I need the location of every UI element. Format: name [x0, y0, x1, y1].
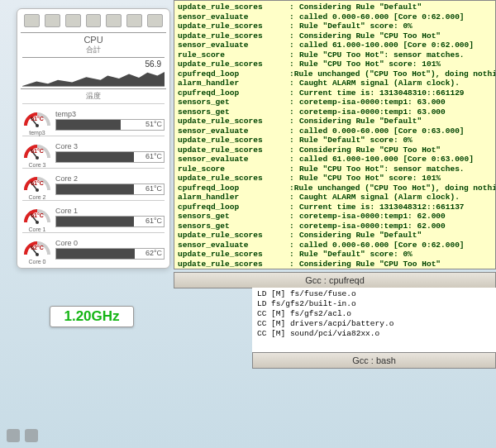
gauge-value: 61°C: [22, 148, 52, 154]
build-line: LD fs/gfs2/built-in.o: [257, 299, 491, 309]
gauge-icon: 61°CCore 3: [22, 138, 52, 166]
terminal-cpufreqd[interactable]: update_rule_scores:Considering Rule "Def…: [174, 0, 496, 269]
sensor-name: Core 2: [55, 174, 165, 183]
log-line: sensor_evaluate:called 0.000-60.000 [Cor…: [178, 126, 492, 136]
terminal-titlebar-bash[interactable]: Gcc : bash: [252, 352, 496, 369]
sensor-bar-value: 62°C: [145, 249, 162, 257]
gauge-label: Core 2: [22, 194, 52, 200]
gauge-value: 62°C: [22, 245, 52, 250]
log-line: cpufreqd_loop:Current time is: 131304831…: [178, 203, 492, 212]
toolbar-icon[interactable]: [86, 14, 102, 27]
cpu-usage-graph: 56.9: [22, 57, 165, 87]
log-line: update_rule_scores:Rule "Default" score:…: [178, 136, 492, 145]
build-line: LD [M] fs/fuse/fuse.o: [257, 289, 491, 299]
log-line: rule_score:Rule "CPU Too Hot": sensor ma…: [178, 50, 492, 60]
cpu-frequency-label: 1.20GHz: [50, 306, 134, 327]
toolbar-icon[interactable]: [147, 14, 163, 27]
sensor-bar: 61°C: [55, 183, 165, 195]
widget-toolbar: [21, 12, 166, 32]
gauge-value: 51°C: [22, 116, 52, 122]
desktop-tray: [0, 427, 496, 445]
log-line: alarm_handler:Caught ALARM signal (Alarm…: [178, 193, 492, 203]
sensor-row: 61°CCore 3Core 361°C: [22, 136, 165, 166]
sensor-bar: 62°C: [55, 248, 165, 260]
log-line: update_rule_scores:Considering Rule "CPU…: [178, 145, 492, 155]
gauge-icon: 61°CCore 1: [22, 203, 52, 231]
gauge-label: Core 3: [22, 162, 52, 168]
build-line: CC [M] fs/gfs2/acl.o: [257, 309, 491, 319]
sensor-name: Core 0: [55, 239, 165, 247]
sensor-bar-value: 61°C: [145, 152, 162, 160]
gauge-icon: 61°CCore 2: [22, 170, 52, 198]
log-line: sensors_get:coretemp-isa-0000:temp1: 62.…: [178, 212, 492, 222]
sensor-row: 51°Ctemp3temp351°C: [22, 103, 165, 134]
toolbar-icon[interactable]: [126, 14, 142, 27]
log-line: sensors_get:coretemp-isa-0000:temp1: 62.…: [178, 222, 492, 231]
tray-icon[interactable]: [25, 429, 38, 442]
log-line: update_rule_scores:Rule "Default" score:…: [178, 21, 492, 31]
log-line: sensor_evaluate:called 0.000-60.000 [Cor…: [178, 241, 492, 250]
sensor-bar: 61°C: [55, 151, 165, 163]
toolbar-icon[interactable]: [65, 14, 81, 27]
log-line: sensor_evaluate:called 61.000-100.000 [C…: [178, 269, 492, 269]
log-line: cpufreqd_loop:Current time is: 131304831…: [178, 88, 492, 98]
gauge-icon: 62°CCore 0: [22, 235, 52, 263]
sensor-bar-value: 51°C: [145, 120, 162, 128]
log-line: sensor_evaluate:called 0.000-60.000 [Cor…: [178, 12, 492, 22]
log-line: alarm_handler:Caught ALARM signal (Alarm…: [178, 79, 492, 88]
toolbar-icon[interactable]: [45, 14, 60, 27]
sensor-bar-value: 61°C: [145, 184, 162, 193]
gauge-label: temp3: [22, 130, 52, 136]
sensor-name: Core 3: [55, 142, 165, 150]
log-line: sensor_evaluate:called 61.000-100.000 [C…: [178, 155, 492, 164]
log-line: update_rule_scores:Considering Rule "Def…: [178, 117, 492, 126]
sensor-row: 61°CCore 1Core 161°C: [22, 200, 165, 231]
sensor-name: temp3: [55, 110, 165, 118]
svg-point-5: [36, 188, 39, 192]
log-line: sensor_evaluate:called 61.000-100.000 [C…: [178, 41, 492, 50]
log-line: update_rule_scores:Considering Rule "Def…: [178, 2, 492, 12]
log-line: cpufreqd_loop:Rule unchanged ("CPU Too H…: [178, 69, 492, 79]
sensor-name: Core 1: [55, 207, 165, 215]
tray-icon[interactable]: [7, 429, 20, 442]
log-line: update_rule_scores:Rule "Default" score:…: [178, 250, 492, 260]
toolbar-icon[interactable]: [24, 14, 40, 27]
gauge-label: Core 0: [22, 259, 52, 265]
system-monitor-widget[interactable]: CPU 合計 56.9 温度 51°Ctemp3temp351°C61°CCor…: [17, 8, 170, 269]
sensor-bar: 61°C: [55, 216, 165, 227]
log-line: update_rule_scores:Rule "CPU Too Hot" sc…: [178, 174, 492, 183]
gauge-icon: 51°Ctemp3: [22, 106, 52, 134]
log-line: sensors_get:coretemp-isa-0000:temp1: 63.…: [178, 98, 492, 107]
log-line: update_rule_scores:Considering Rule "CPU…: [178, 260, 492, 269]
build-line: CC [M] drivers/acpi/battery.o: [257, 319, 491, 329]
svg-point-3: [36, 156, 39, 160]
gauge-value: 61°C: [22, 180, 52, 186]
gauge-label: Core 1: [22, 226, 52, 232]
terminal-bash[interactable]: LD [M] fs/fuse/fuse.o LD fs/gfs2/built-i…: [252, 288, 496, 354]
cpu-heading: CPU: [21, 32, 166, 45]
cpu-value: 56.9: [145, 60, 161, 69]
log-line: update_rule_scores:Considering Rule "Def…: [178, 231, 492, 241]
svg-point-1: [36, 124, 39, 127]
terminal-titlebar-cpufreqd[interactable]: Gcc : cpufreqd: [174, 272, 496, 288]
sensor-bar: 51°C: [55, 119, 165, 131]
toolbar-icon[interactable]: [106, 14, 122, 27]
sensor-bar-value: 61°C: [145, 217, 162, 225]
build-line: CC [M] sound/pci/via82xx.o: [257, 329, 491, 339]
sensor-row: 61°CCore 2Core 261°C: [22, 168, 165, 198]
log-line: update_rule_scores:Considering Rule "CPU…: [178, 31, 492, 41]
log-line: sensors_get:coretemp-isa-0000:temp1: 63.…: [178, 107, 492, 117]
sensor-row: 62°CCore 0Core 062°C: [22, 232, 165, 263]
log-line: rule_score:Rule "CPU Too Hot": sensor ma…: [178, 164, 492, 174]
cpu-sublabel: 合計: [21, 45, 166, 55]
gauge-value: 61°C: [22, 212, 52, 218]
svg-point-7: [36, 221, 39, 224]
log-line: update_rule_scores:Rule "CPU Too Hot" sc…: [178, 60, 492, 69]
log-line: cpufreqd_loop:Rule unchanged ("CPU Too H…: [178, 183, 492, 193]
temp-heading: 温度: [21, 88, 166, 102]
svg-point-9: [36, 253, 39, 256]
